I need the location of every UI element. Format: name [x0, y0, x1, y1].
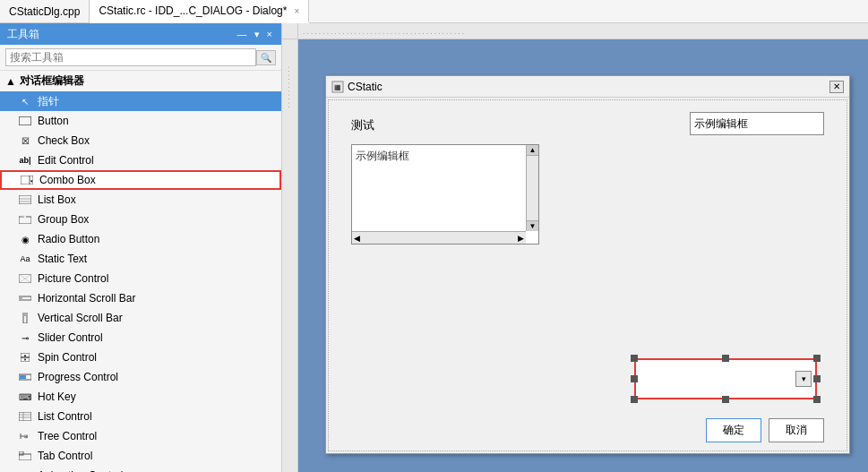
toolbox-title: 工具箱	[7, 27, 39, 42]
toolbox-item-tabcontrol[interactable]: Tab Control	[0, 446, 281, 466]
svg-rect-4	[19, 195, 31, 204]
item-label-progresscontrol: Progress Control	[38, 371, 118, 383]
progresscontrol-icon	[18, 370, 32, 384]
toolbox-item-radiobutton[interactable]: ◉ Radio Button	[0, 229, 281, 249]
animationcontrol-icon: ▷	[18, 468, 32, 472]
section-arrow: ▲	[5, 75, 16, 88]
toolbox-item-picturecontrol[interactable]: Picture Control	[0, 269, 281, 288]
search-button[interactable]: 🔍	[256, 50, 276, 65]
combo-dropdown-arrow[interactable]: ▾	[795, 371, 812, 387]
dialog-title-area: ▦ CStatic	[331, 81, 382, 93]
ruler-corner	[282, 23, 298, 39]
editor-panel: . . . . . . . . . . . . . . . . . . . . …	[282, 23, 868, 472]
toolbox-item-listcontrol[interactable]: List Control	[0, 407, 281, 426]
toolbox-item-checkbox[interactable]: ☒ Check Box	[0, 131, 281, 150]
tab-rc-close[interactable]: ×	[294, 6, 299, 16]
handle-tl[interactable]	[631, 355, 638, 362]
picturecontrol-icon	[18, 271, 32, 286]
combobox-icon: ▾	[20, 173, 34, 187]
toolbox-item-groupbox[interactable]: ▭ Group Box	[0, 210, 281, 229]
svg-rect-0	[19, 116, 31, 125]
test-label: 测试	[351, 117, 374, 133]
toolbox-close-btn[interactable]: ×	[265, 29, 274, 40]
svg-text:▭: ▭	[21, 215, 24, 219]
item-label-listcontrol: List Control	[38, 410, 92, 423]
toolbox-item-combobox[interactable]: ▾ Combo Box	[0, 170, 281, 190]
toolbox-item-vscrollbar[interactable]: Vertical Scroll Bar	[0, 308, 281, 328]
handle-tm[interactable]	[722, 355, 729, 362]
confirm-button[interactable]: 确定	[706, 418, 761, 442]
listcontrol-icon	[18, 409, 32, 424]
toolbox-dropdown-btn[interactable]: ▾	[253, 29, 262, 40]
hscroll-right-btn[interactable]: ▶	[518, 234, 524, 243]
toolbox-item-pointer[interactable]: ↖ 指针	[0, 91, 281, 111]
groupbox-icon: ▭	[18, 212, 32, 227]
tab-cpp-label: CStaticDlg.cpp	[9, 5, 80, 18]
toolbox-header-controls: — ▾ ×	[236, 29, 274, 40]
dialog-canvas[interactable]: ▦ CStatic ✕ 测试	[298, 39, 868, 472]
item-label-radiobutton: Radio Button	[38, 233, 99, 245]
item-label-statictext: Static Text	[38, 253, 87, 265]
hotkey-icon: ⌨	[18, 390, 32, 404]
large-edit-label: 示例编辑框	[356, 149, 409, 164]
main-content: 工具箱 — ▾ × 🔍 ▲ 对话框编辑器 ↖ 指针	[0, 23, 868, 472]
handle-ml[interactable]	[631, 375, 638, 382]
svg-text:▦: ▦	[334, 83, 341, 91]
toolbox-item-statictext[interactable]: Aa Static Text	[0, 249, 281, 269]
large-edit-vscrollbar[interactable]: ▲ ▼	[526, 145, 538, 231]
toolbox-item-editcontrol[interactable]: ab| Edit Control	[0, 150, 281, 170]
svg-rect-23	[19, 412, 31, 421]
tab-rc[interactable]: CStatic.rc - IDD_...C_DIALOG - Dialog* ×	[90, 0, 309, 23]
toolbox-item-progresscontrol[interactable]: Progress Control	[0, 367, 281, 387]
toolbox-pin-btn[interactable]: —	[236, 29, 249, 40]
toolbox-item-button[interactable]: Button	[0, 111, 281, 131]
item-label-slidercontrol: Slider Control	[38, 331, 103, 344]
toolbox-list: ▲ 对话框编辑器 ↖ 指针 Button ☒ Check Box ab| Edi	[0, 71, 281, 472]
handle-bm[interactable]	[722, 396, 729, 403]
cancel-button[interactable]: 取消	[769, 418, 824, 442]
handle-br[interactable]	[813, 396, 821, 403]
vscrollbar-icon	[18, 311, 32, 325]
toolbox-item-spincontrol[interactable]: ▲▼ Spin Control	[0, 348, 281, 367]
large-edit-box[interactable]: 示例编辑框 ▲ ▼ ◀ ▶	[351, 144, 539, 245]
toolbox-item-slidercontrol[interactable]: ⊸ Slider Control	[0, 328, 281, 348]
radiobutton-icon: ◉	[18, 232, 32, 246]
item-label-picturecontrol: Picture Control	[38, 272, 108, 285]
hscroll-left-btn[interactable]: ◀	[354, 234, 360, 243]
dialog-close-button[interactable]: ✕	[829, 81, 844, 93]
item-label-groupbox: Group Box	[38, 213, 89, 226]
item-label-treecontrol: Tree Control	[38, 430, 97, 442]
handle-tr[interactable]	[813, 355, 821, 362]
listbox-icon	[18, 193, 32, 207]
svg-rect-22	[20, 375, 26, 379]
handle-bl[interactable]	[631, 396, 638, 403]
svg-text:. . . . . . . . . . . . . . . : . . . . . . . . . . . . . . . . . . . . …	[303, 28, 464, 36]
toolbox-item-hotkey[interactable]: ⌨ Hot Key	[0, 387, 281, 407]
tab-bar: CStaticDlg.cpp CStatic.rc - IDD_...C_DIA…	[0, 0, 868, 23]
item-label-editcontrol: Edit Control	[38, 154, 94, 167]
treecontrol-icon: ⊞	[18, 429, 32, 443]
toolbox-section-header[interactable]: ▲ 对话框编辑器	[0, 71, 281, 91]
toolbox-panel: 工具箱 — ▾ × 🔍 ▲ 对话框编辑器 ↖ 指针	[0, 23, 282, 472]
combo-box-selected[interactable]: ▾	[634, 358, 817, 399]
toolbox-item-animationcontrol[interactable]: ▷ Animation Control	[0, 466, 281, 472]
editcontrol-icon: ab|	[18, 153, 32, 167]
svg-text:▾: ▾	[30, 178, 33, 184]
toolbox-item-listbox[interactable]: List Box	[0, 190, 281, 210]
toolbox-item-treecontrol[interactable]: ⊞ Tree Control	[0, 426, 281, 446]
large-edit-hscrollbar[interactable]: ◀ ▶	[352, 231, 526, 244]
dialog-titlebar: ▦ CStatic ✕	[326, 76, 849, 98]
item-label-button: Button	[38, 115, 69, 127]
item-label-hscrollbar: Horizontal Scroll Bar	[38, 292, 135, 305]
left-ruler: . . . . . . . . . . .	[282, 39, 298, 472]
dialog-buttons: 确定 取消	[706, 418, 824, 442]
top-ruler-bar: . . . . . . . . . . . . . . . . . . . . …	[282, 23, 868, 39]
toolbox-item-hscrollbar[interactable]: Horizontal Scroll Bar	[0, 288, 281, 308]
svg-rect-16	[23, 313, 27, 316]
handle-mr[interactable]	[813, 375, 821, 382]
dialog-content: 测试 示例编辑框 示例编辑框 ▲ ▼	[326, 98, 849, 453]
tab-cpp[interactable]: CStaticDlg.cpp	[0, 0, 90, 22]
search-input[interactable]	[5, 48, 256, 66]
edit-box-right[interactable]: 示例编辑框	[690, 112, 824, 135]
item-label-combobox: Combo Box	[39, 174, 96, 186]
